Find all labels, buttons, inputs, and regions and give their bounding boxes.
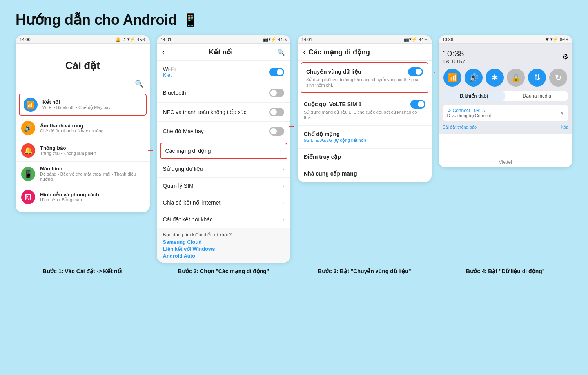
list-item-mobile-networks[interactable]: Các mạng di động › (160, 143, 288, 159)
settings-item-sub-4: Hình nền • Bảng màu (40, 197, 144, 203)
settings-item-sub-0: Wi-Fi • Bluetooth • Chế độ Máy bay (42, 105, 142, 110)
settings-list: 📶 Kết nối Wi-Fi • Bluetooth • Chế độ Máy… (16, 94, 150, 212)
qs-wifi-icon[interactable]: 📶 (443, 69, 461, 87)
data-usage-label: Sử dụng dữ liệu (163, 166, 203, 172)
qs-volume-icon[interactable]: 🔊 (465, 69, 483, 87)
link-samsung-cloud[interactable]: Samsung Cloud (163, 239, 285, 245)
status-bar-3: 14:01 📷▾⚡ 44% (298, 35, 432, 44)
settings-item-text-4: Hình nền và phong cách Hình nền • Bảng m… (40, 192, 144, 203)
apn-title: Điểm truy cập (304, 154, 425, 160)
list-item-hotspot[interactable]: Chia sẻ kết nối internet › (157, 194, 291, 211)
list-item-roaming[interactable]: Chuyển vùng dữ liệu Sử dụng dữ liệu di đ… (301, 62, 428, 93)
settings-item-text-2: Thông báo Trạng thái • Không làm phiền (40, 145, 144, 156)
hotspot-label: Chia sẻ kết nối internet (163, 199, 221, 206)
arrow-2-to-3: → (287, 121, 296, 131)
nfc-toggle[interactable] (269, 108, 284, 116)
back-icon-2[interactable]: ‹ (162, 48, 165, 56)
qs-tab-device[interactable]: Đ.khiển th.bị (443, 91, 506, 101)
chevron-up-icon[interactable]: ∧ (560, 110, 564, 116)
wifi-toggle[interactable] (269, 68, 284, 76)
sim-label: Quản lý SIM (163, 183, 194, 189)
android-icon: 📱 (183, 13, 198, 27)
bluetooth-toggle[interactable] (269, 89, 284, 97)
qs-bluetooth-icon[interactable]: ✱ (486, 69, 504, 87)
list-item-airplane[interactable]: Chế độ Máy bay (157, 122, 291, 141)
settings-item-title-2: Thông báo (40, 145, 144, 151)
qs-icons-row: 📶 🔊 ✱ 🔒 ⇅ ↻ (443, 69, 569, 87)
screen1: 14:00 🔔 ↺ ▾⚡ 45% Cài đặt 🔍 (16, 35, 150, 212)
volte-toggle[interactable] (410, 100, 425, 109)
screen4-wrapper: 10:38 ✱ ▾⚡ 86% 10:38 T.6, 8 Th7 ⚙ (439, 35, 573, 167)
settings-item-0[interactable]: 📶 Kết nối Wi-Fi • Bluetooth • Chế độ Máy… (19, 94, 147, 116)
battery-2: 44% (278, 37, 287, 42)
list-item-more[interactable]: Cài đặt kết nối khác › (157, 211, 291, 228)
airplane-label: Chế độ Máy bay (163, 128, 204, 134)
screen2-header: ‹ Kết nối 🔍 (157, 44, 291, 61)
looking-for-section: Bạn đang tìm kiếm điều gì khác? Samsung … (157, 228, 291, 263)
screen1-wrapper: 14:00 🔔 ↺ ▾⚡ 45% Cài đặt 🔍 (16, 35, 150, 212)
wifi-sublabel: Kiet (163, 72, 176, 78)
list-item-apn[interactable]: Điểm truy cập (298, 149, 432, 165)
step-labels: Bước 1: Vào Cài đặt -> Kết nối Bước 2: C… (16, 268, 572, 274)
link-windows[interactable]: Liên kết với Windows (163, 246, 285, 252)
sync-icon: ↺ (122, 37, 126, 42)
settings-item-4[interactable]: 🖼 Hình nền và phong cách Hình nền • Bảng… (16, 186, 150, 208)
settings-item-3[interactable]: 📱 Màn hình Độ sáng • Bảo vệ cho mắt thoả… (16, 162, 150, 186)
list-item-wifi[interactable]: Wi-Fi Kiet (157, 61, 291, 83)
status-time-4: 10:38 (443, 37, 454, 42)
settings-item-sub-2: Trạng thái • Không làm phiền (40, 151, 144, 156)
roaming-toggle[interactable] (408, 67, 423, 76)
list-item-volte[interactable]: Cuộc gọi VoLTE SIM 1 Sử dụng mạng dữ liệ… (298, 95, 432, 126)
arrow-1-to-2: → (147, 145, 155, 156)
qs-notif-settings[interactable]: Cài đặt thông báo (443, 125, 477, 130)
settings-item-title-3: Màn hình (40, 166, 144, 172)
list-item-carrier[interactable]: Nhà cung cấp mạng (298, 165, 432, 182)
looking-for-text: Bạn đang tìm kiếm điều gì khác? (163, 232, 285, 237)
chevron-right-icon-3: › (282, 183, 284, 189)
wifi-label: Wi-Fi (163, 66, 176, 72)
list-item-bluetooth[interactable]: Bluetooth (157, 83, 291, 103)
settings-item-1[interactable]: 🔊 Âm thanh và rung Chế độ âm thanh • Nhạ… (16, 117, 150, 139)
status-bar-4: 10:38 ✱ ▾⚡ 86% (439, 35, 573, 44)
page-container: Hướng dẫn cho Android 📱 14:00 🔔 ↺ ▾⚡ 45%… (16, 12, 572, 274)
quick-settings-panel: 10:38 T.6, 8 Th7 ⚙ 📶 🔊 ✱ 🔒 ⇅ ↻ (439, 44, 573, 134)
qs-tab-media[interactable]: Đầu ra media (505, 91, 568, 101)
list-item-network-mode[interactable]: Chế độ mạng 5G/LTE/3G/2G (tự động kết nố… (298, 126, 432, 149)
status-icons-img-3: 📷▾⚡ (404, 37, 417, 42)
settings-item-title-1: Âm thanh và rung (40, 123, 144, 129)
settings-gear-icon[interactable]: ⚙ (562, 53, 568, 61)
back-icon-3[interactable]: ‹ (303, 48, 305, 56)
screen2-wrapper: 14:01 📷▾⚡ 44% ‹ Kết nối 🔍 Wi-Fi Kiet (157, 35, 291, 263)
qs-data-icon[interactable]: ⇅ (528, 69, 546, 87)
screen3-title: Các mạng di động (309, 48, 370, 56)
battery-4: 86% (560, 37, 568, 42)
link-android-auto[interactable]: Android Auto (163, 253, 285, 259)
list-item-data-usage[interactable]: Sử dụng dữ liệu › (157, 161, 291, 178)
qs-lock-icon[interactable]: 🔒 (507, 69, 525, 87)
bluetooth-label: Bluetooth (163, 90, 186, 96)
wifi-status-icon-4: ▾⚡ (550, 37, 558, 42)
list-item-nfc[interactable]: NFC và thanh toán không tiếp xúc (157, 103, 291, 122)
settings-item-text-0: Kết nối Wi-Fi • Bluetooth • Chế độ Máy b… (42, 99, 142, 110)
list-item-sim[interactable]: Quản lý SIM › (157, 178, 291, 194)
screen3: 14:01 📷▾⚡ 44% ‹ Các mạng di động Chuyển … (298, 35, 432, 182)
search-icon-2[interactable]: 🔍 (277, 49, 285, 56)
step-label-2: Bước 2: Chọn "Các mạng di động" (157, 268, 291, 274)
qs-notif-clear[interactable]: Xóa (561, 125, 568, 130)
settings-item-2[interactable]: 🔔 Thông báo Trạng thái • Không làm phiền (16, 139, 150, 162)
qs-connect-sub: D.vụ đồng bộ Connect (447, 113, 491, 118)
qs-rotate-icon[interactable]: ↻ (549, 69, 567, 87)
page-title: Hướng dẫn cho Android (16, 12, 177, 28)
settings-item-title-0: Kết nối (42, 99, 142, 105)
settings-icon-1: 🔊 (21, 121, 35, 135)
airplane-toggle[interactable] (269, 127, 284, 136)
battery-1: 45% (137, 37, 145, 42)
settings-item-sub-1: Chế độ âm thanh • Nhạc chuông (40, 129, 144, 134)
search-icon[interactable]: 🔍 (135, 80, 143, 88)
qs-connect-title: ↺ Connect · 08:17 (447, 108, 491, 113)
status-icons-4: ✱ ▾⚡ 86% (545, 37, 568, 42)
status-icons-1: 🔔 ↺ ▾⚡ 45% (115, 37, 145, 42)
qs-connect-section: ↺ Connect · 08:17 D.vụ đồng bộ Connect ∧ (443, 105, 569, 121)
step-label-3: Bước 3: Bật "Chuyển vùng dữ liệu" (298, 268, 432, 274)
alarm-icon: 🔔 (115, 37, 121, 42)
